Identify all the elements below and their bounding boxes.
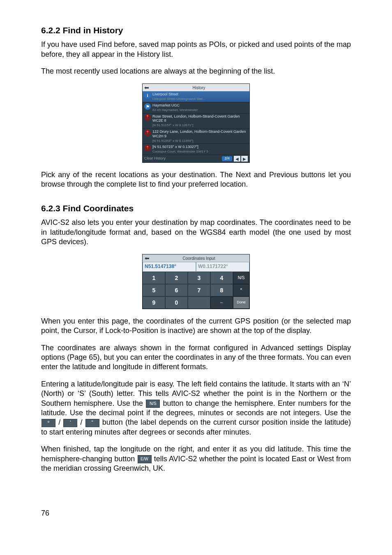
page-number: 76	[41, 509, 49, 518]
history-row: i Liverpool Street Liverpool Street Unde…	[143, 91, 249, 102]
prev-icon: ◀	[234, 156, 240, 162]
section-623-p4: Entering a latitude/longitude pair is ea…	[41, 379, 351, 437]
coord-lat-field: N51.5147138°	[143, 262, 196, 272]
history-row-main: Haymarket UGC	[152, 103, 180, 107]
history-row-main: Liverpool Street	[152, 92, 178, 96]
next-icon: ▶	[241, 156, 248, 162]
pin-icon: 📍	[144, 130, 151, 136]
key-9: 9	[143, 296, 165, 309]
section-623-p1: AVIC-S2 also lets you enter your destina…	[41, 218, 351, 247]
history-footer: Clear History 2/4 ◀ ▶	[143, 155, 249, 162]
section-623-p5: When finished, tap the longitude on the …	[41, 444, 351, 473]
section-622-heading: 6.2.2 Find in History	[41, 25, 351, 36]
key-back: ←	[210, 296, 233, 309]
coord-title: Coordinates Input	[150, 256, 248, 261]
info-icon: i	[144, 92, 151, 99]
key-5: 5	[143, 284, 165, 296]
key-deg: °	[233, 284, 249, 296]
section-623-p2: When you enter this page, the coordinate…	[41, 317, 351, 336]
key-7: 7	[188, 284, 210, 296]
history-row: ⚑ Haymarket UGC 62-65 Haymarket, Westmin…	[143, 102, 249, 113]
pin-icon: 📍	[144, 145, 151, 151]
min-key-icon: '	[63, 419, 77, 427]
key-4: 4	[210, 272, 233, 284]
pin-icon: 📍	[144, 114, 151, 121]
back-arrow-icon: ⬅	[144, 85, 150, 90]
history-row-sub: [N 51.51157° x W 0.12671°]	[152, 123, 193, 127]
coord-header: ⬅ Coordinates Input	[143, 254, 249, 262]
key-0: 0	[165, 296, 188, 309]
key-1: 1	[143, 272, 165, 284]
key-blank	[188, 296, 210, 309]
key-done: Done	[233, 296, 249, 309]
section-623-p3: The coordinates are always shown in the …	[41, 343, 351, 372]
key-3: 3	[188, 272, 210, 284]
history-row: 📍 Rose Street, London, Holborn-Strand-Co…	[143, 113, 249, 129]
history-row-sub: Cockspur Court, Westminster SW1Y 5	[152, 150, 208, 153]
key-ns: N/S	[233, 272, 249, 284]
history-row-sub: Liverpool Street Underground Stat...	[152, 97, 205, 101]
key-2: 2	[165, 272, 188, 284]
history-row-sub: 62-65 Haymarket, Westminster	[152, 108, 198, 112]
key-6: 6	[165, 284, 188, 296]
section-623-heading: 6.2.3 Find Coordinates	[41, 203, 351, 214]
ns-key-icon: N/S	[146, 400, 160, 408]
history-row-sub: [N 51.51353° x W 0.11959°]	[152, 139, 193, 143]
back-arrow-icon: ⬅	[144, 255, 150, 261]
sec-key-icon: "	[85, 419, 99, 427]
key-8: 8	[210, 284, 233, 296]
history-page-badge: 2/4	[222, 156, 232, 161]
section-622-p1: If you have used Find before, saved map …	[41, 40, 351, 59]
clear-history-label: Clear History	[144, 156, 166, 161]
history-row-main: Rose Street, London, Holborn-Strand-Cove…	[152, 114, 240, 123]
history-header: ⬅ History	[143, 84, 249, 91]
section-622-p3: Pick any of the recent locations as your…	[41, 170, 351, 190]
history-row-main: 122 Drury Lane, London, Holborn-Strand-C…	[152, 130, 246, 138]
deg-key-icon: °	[42, 419, 55, 427]
section-622-p2: The most recently used locations are alw…	[41, 67, 351, 76]
history-device-screenshot: ⬅ History i Liverpool Street Liverpool S…	[142, 83, 250, 163]
coord-lon-field: W0.1171722°	[196, 262, 249, 272]
flag-icon: ⚑	[144, 103, 151, 110]
history-row: 📍 [N 51.50723° x W 0.13027°] Cockspur Co…	[143, 144, 249, 155]
history-title: History	[150, 85, 248, 90]
history-row: 📍 122 Drury Lane, London, Holborn-Strand…	[143, 129, 249, 144]
coordinates-device-screenshot: ⬅ Coordinates Input N51.5147138° W0.1171…	[142, 254, 250, 309]
history-row-main: [N 51.50723° x W 0.13027°]	[152, 145, 198, 149]
ew-key-icon: E/W	[138, 455, 152, 463]
coord-fields: N51.5147138° W0.1171722°	[143, 262, 249, 272]
coord-keypad: 1 2 3 4 N/S 5 6 7 8 ° 9 0 ← Done	[143, 272, 249, 309]
